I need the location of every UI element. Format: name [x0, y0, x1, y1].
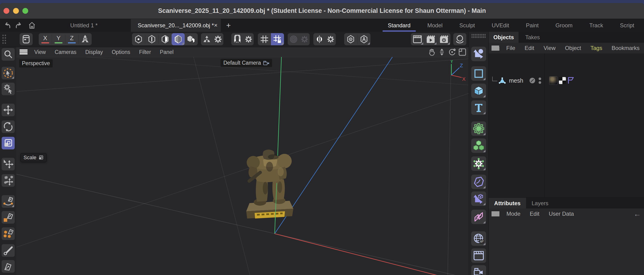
edges-mode-button[interactable]: [145, 33, 158, 45]
points-mode-button[interactable]: [132, 33, 145, 45]
coordinate-window-button[interactable]: [20, 33, 33, 45]
axis-mode-button[interactable]: [185, 33, 198, 45]
om-menu-file[interactable]: File: [502, 45, 520, 51]
snapping-settings-button[interactable]: [244, 33, 254, 45]
viewport-menu-cameras[interactable]: Cameras: [50, 49, 81, 55]
pen-tool-button[interactable]: [2, 260, 15, 273]
falloff-settings-button[interactable]: [300, 33, 310, 45]
arrange-objects-tool-button[interactable]: [2, 174, 15, 187]
object-name[interactable]: mesh: [509, 77, 523, 84]
layout-tab-sculpt[interactable]: Sculpt: [451, 19, 483, 32]
quantize-button[interactable]: [271, 33, 284, 45]
layout-tab-standard[interactable]: Standard: [379, 19, 419, 32]
undo-icon[interactable]: [4, 22, 12, 30]
layout-tab-paint[interactable]: Paint: [518, 19, 547, 32]
instance-object-button[interactable]: [471, 191, 486, 206]
toolbar-drag-handle[interactable]: [2, 34, 6, 45]
pan-hand-icon[interactable]: [428, 48, 436, 56]
polygons-mode-button[interactable]: [158, 33, 172, 45]
brush-tool-button[interactable]: [2, 244, 15, 257]
new-tab-button[interactable]: +: [223, 19, 234, 32]
history-back-icon[interactable]: ←: [634, 208, 641, 219]
material-tag[interactable]: [549, 76, 558, 85]
workplane-button[interactable]: [78, 33, 92, 45]
om-menu-tags[interactable]: Tags: [586, 45, 607, 51]
cursor-move-tool-button[interactable]: [2, 158, 15, 170]
spline-object-button[interactable]: [471, 66, 486, 81]
tab-objects[interactable]: Objects: [489, 32, 518, 43]
uv-tag[interactable]: [559, 77, 566, 84]
om-menu-bookmarks[interactable]: Bookmarks: [607, 45, 644, 51]
maximize-view-icon[interactable]: [458, 48, 466, 56]
symmetry-settings-button[interactable]: [326, 33, 336, 45]
tweak-hierarchy-button[interactable]: [201, 33, 213, 45]
home-icon[interactable]: [28, 22, 36, 30]
document-tab-active[interactable]: Scaniverse_20..._142009.obj * ×: [131, 19, 221, 32]
attribute-menu-icon[interactable]: [492, 211, 500, 216]
grid-button[interactable]: [258, 33, 271, 45]
viewport-canvas[interactable]: Perspective Default Camera Y Z X Scale: [16, 57, 469, 275]
pen-primitives-button[interactable]: [2, 227, 15, 240]
tweak-tool-button[interactable]: [2, 83, 15, 95]
object-list[interactable]: mesh: [489, 54, 644, 197]
dolly-zoom-icon[interactable]: [438, 48, 446, 56]
camera-label[interactable]: Default Camera: [220, 59, 272, 67]
viewport-menu-options[interactable]: Options: [107, 49, 134, 55]
tab-takes[interactable]: Takes: [518, 32, 546, 43]
snapping-button[interactable]: [231, 33, 244, 45]
viewport-solo-button[interactable]: [344, 33, 357, 45]
axis-gizmo[interactable]: Y Z X: [438, 60, 466, 83]
close-tab-icon[interactable]: ×: [214, 19, 218, 32]
object-manager-menu-icon[interactable]: [492, 46, 499, 51]
strip-drag-handle[interactable]: [471, 34, 486, 38]
visibility-dots[interactable]: [538, 78, 541, 84]
viewport-menu-icon[interactable]: [20, 50, 28, 55]
document-tab[interactable]: Untitled 1 *: [56, 19, 112, 32]
view-type-label[interactable]: Perspective: [19, 59, 53, 68]
sketch-spline-button[interactable]: [2, 211, 15, 224]
spline-pen-button[interactable]: [2, 195, 15, 208]
viewport-menu-filter[interactable]: Filter: [134, 49, 155, 55]
live-selection-button[interactable]: [2, 67, 15, 79]
render-view-button[interactable]: [411, 33, 424, 45]
symmetry-object-button[interactable]: [471, 210, 486, 224]
symmetry-button[interactable]: [313, 33, 326, 45]
layout-tab-script[interactable]: Script: [612, 19, 642, 32]
am-menu-mode[interactable]: Mode: [502, 211, 525, 217]
rotate-tool-button[interactable]: [2, 120, 15, 133]
orbit-icon[interactable]: [448, 48, 456, 56]
om-menu-edit[interactable]: Edit: [520, 45, 539, 51]
null-object-button[interactable]: [471, 47, 486, 61]
cube-primitive-button[interactable]: [471, 84, 486, 98]
model-mode-button[interactable]: [172, 33, 185, 45]
viewport-menu-panel[interactable]: Panel: [156, 49, 178, 55]
phong-tag[interactable]: [568, 77, 574, 84]
layout-tab-model[interactable]: Model: [419, 19, 451, 32]
field-object-button[interactable]: [471, 121, 486, 136]
redo-icon[interactable]: [14, 22, 22, 30]
viewport-solo-auto-button[interactable]: [358, 33, 370, 45]
tab-layers[interactable]: Layers: [526, 198, 554, 209]
am-menu-userdata[interactable]: User Data: [544, 211, 578, 217]
sky-object-button[interactable]: ST: [471, 231, 486, 246]
camera-object-button[interactable]: ST: [471, 265, 486, 275]
layout-tab-uvedit[interactable]: UVEdit: [483, 19, 518, 32]
tab-attributes[interactable]: Attributes: [489, 198, 526, 209]
viewport-menu-display[interactable]: Display: [81, 49, 107, 55]
axis-x-lock-button[interactable]: X: [39, 33, 52, 45]
om-menu-object[interactable]: Object: [560, 45, 586, 51]
axis-z-lock-button[interactable]: Z: [65, 33, 78, 45]
statue-mesh[interactable]: [246, 150, 293, 219]
text-object-button[interactable]: [471, 100, 486, 115]
render-settings-button[interactable]: [438, 33, 450, 45]
am-menu-edit[interactable]: Edit: [525, 211, 544, 217]
edit-state-icon[interactable]: [529, 78, 535, 84]
tweak-settings-button[interactable]: [213, 33, 223, 45]
stage-object-button[interactable]: [471, 248, 486, 263]
array-generator-button[interactable]: [471, 138, 486, 153]
object-row-mesh[interactable]: mesh: [489, 76, 644, 85]
viewport-menu-view[interactable]: View: [30, 49, 50, 55]
effector-button[interactable]: [471, 156, 486, 171]
scale-tool-button[interactable]: [2, 137, 15, 149]
layout-tab-track[interactable]: Track: [581, 19, 612, 32]
